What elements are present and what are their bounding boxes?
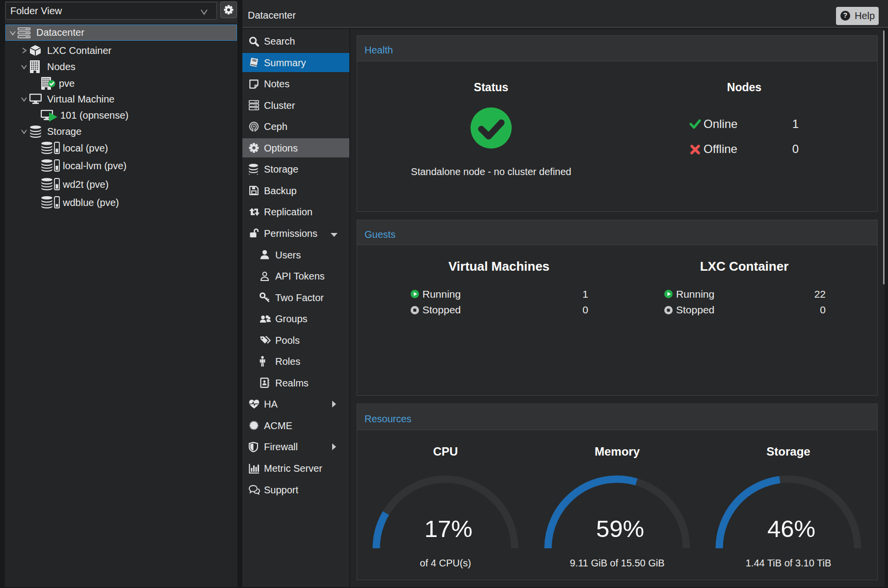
svg-text:?: ?	[843, 11, 848, 19]
